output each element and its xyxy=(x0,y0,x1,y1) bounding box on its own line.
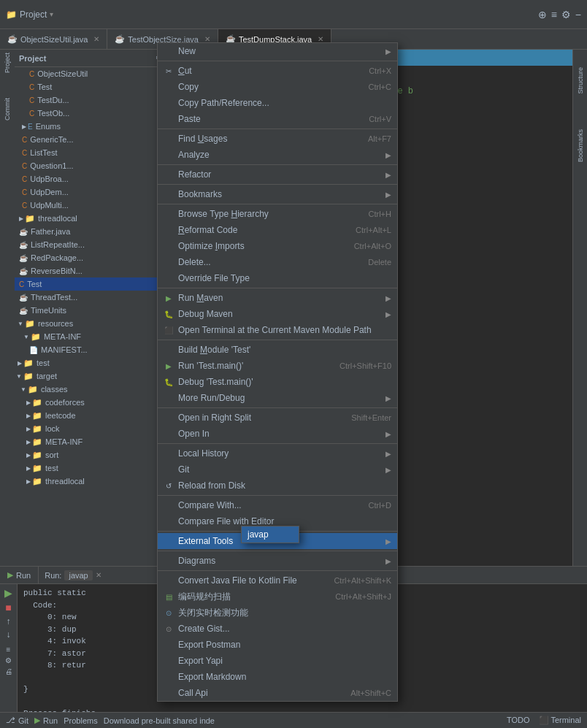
tree-item-udpbroa[interactable]: C UdpBroa... xyxy=(15,172,167,185)
tree-item-udpmulti[interactable]: C UdpMulti... xyxy=(15,199,167,212)
tree-item-leetcode[interactable]: ▶ 📁 leetcode xyxy=(15,409,167,422)
menu-item-open-in[interactable]: Open In ▶ xyxy=(158,426,397,442)
tree-item-lock[interactable]: ▶ 📁 lock xyxy=(15,422,167,435)
menu-item-debug-main[interactable]: 🐛 Debug 'Test.main()' xyxy=(158,374,397,390)
menu-item-open-terminal-maven[interactable]: ⬛ Open Terminal at the Current Maven Mod… xyxy=(158,322,397,338)
tree-item-threadlocal[interactable]: ▶ 📁 threadlocal xyxy=(15,212,167,225)
status-terminal[interactable]: ⬛ Terminal xyxy=(539,716,581,725)
menu-item-diagrams[interactable]: Diagrams ▶ xyxy=(158,553,397,569)
menu-item-delete[interactable]: Delete... Delete xyxy=(158,254,397,270)
menu-item-create-gist[interactable]: ⊙ Create Gist... xyxy=(158,621,397,637)
tree-item-reversebit[interactable]: ☕ ReverseBitN... xyxy=(15,264,167,277)
tree-item-testob[interactable]: C TestOb... xyxy=(15,107,167,120)
menu-item-compare-with[interactable]: Compare With... Ctrl+D xyxy=(158,497,397,513)
tree-item-testdu[interactable]: C TestDu... xyxy=(15,93,167,107)
status-git[interactable]: ⎇ Git xyxy=(6,716,28,725)
tree-item-timeunits[interactable]: ☕ TimeUnits xyxy=(15,304,167,317)
menu-item-more-run-debug[interactable]: More Run/Debug ▶ xyxy=(158,390,397,406)
tree-item-threadtest[interactable]: ☕ ThreadTest... xyxy=(15,291,167,304)
run-scroll-top[interactable]: ↑ xyxy=(7,616,11,627)
menu-shortcut-compare: Ctrl+D xyxy=(369,501,391,510)
menu-arrow-bookmarks: ▶ xyxy=(385,191,391,199)
run-filter-button[interactable]: ⚙ xyxy=(5,656,12,664)
project-label[interactable]: Project xyxy=(20,9,47,20)
tree-item-sort[interactable]: ▶ 📁 sort xyxy=(15,448,167,461)
tree-item-test-folder[interactable]: ▶ 📁 test xyxy=(15,356,167,369)
menu-item-bookmarks[interactable]: Bookmarks ▶ xyxy=(158,186,397,202)
status-run[interactable]: ▶ Run xyxy=(34,716,58,725)
menu-item-close-detection[interactable]: ⊙ 关闭实时检测功能 xyxy=(158,605,397,621)
menu-item-find-usages[interactable]: Find Usages Alt+F7 xyxy=(158,131,397,147)
menu-item-run-maven[interactable]: ▶ Run Maven ▶ xyxy=(158,290,397,306)
tree-item-listtest[interactable]: C ListTest xyxy=(15,146,167,159)
tree-item-question1[interactable]: C Question1... xyxy=(15,159,167,172)
tree-item-metainf[interactable]: ▼ 📁 META-INF xyxy=(15,330,167,343)
tree-item-enums[interactable]: ▶ E Enums xyxy=(15,120,167,133)
tree-item-redpackage[interactable]: ☕ RedPackage... xyxy=(15,251,167,264)
menu-item-cut[interactable]: ✂ Cut Ctrl+X xyxy=(158,63,397,79)
menu-item-open-right-split[interactable]: Open in Right Split Shift+Enter xyxy=(158,410,397,426)
tree-item-test1[interactable]: C Test xyxy=(15,80,167,93)
right-icon-bookmarks[interactable]: Bookmarks xyxy=(577,129,584,162)
right-icon-structure[interactable]: Structure xyxy=(577,67,584,94)
menu-item-optimize-imports[interactable]: Optimize Imports Ctrl+Alt+O xyxy=(158,238,397,254)
submenu-item-javap[interactable]: javap xyxy=(242,526,299,543)
tree-item-classes[interactable]: ▼ 📁 classes xyxy=(15,383,167,396)
menu-item-export-markdown[interactable]: Export Markdown xyxy=(158,669,397,685)
tree-item-target[interactable]: ▼ 📁 target xyxy=(15,369,167,383)
tab-objectsizeutil[interactable]: ☕ ObjectSizeUtil.java ✕ xyxy=(0,29,107,49)
run-wrap-button[interactable]: ≡ xyxy=(7,645,11,654)
menu-item-export-postman[interactable]: Export Postman xyxy=(158,637,397,653)
run-tab-name[interactable]: javap xyxy=(64,570,92,581)
tree-item-codeforces[interactable]: ▶ 📁 codeforces xyxy=(15,396,167,409)
tree-item-resources[interactable]: ▼ 📁 resources xyxy=(15,317,167,330)
toolbar-icon-list[interactable]: ≡ xyxy=(551,9,557,20)
left-icon-project[interactable]: Project xyxy=(4,53,11,73)
toolbar-icon-globe[interactable]: ⊕ xyxy=(538,9,547,20)
tree-item-father[interactable]: ☕ Father.java xyxy=(15,225,167,238)
run-scroll-bottom[interactable]: ↓ xyxy=(7,629,11,640)
toolbar-icon-settings[interactable]: ⚙ xyxy=(561,9,571,20)
tab-close[interactable]: ✕ xyxy=(93,35,99,43)
menu-item-git[interactable]: Git ▶ xyxy=(158,461,397,478)
menu-item-new[interactable]: New ▶ xyxy=(158,43,397,59)
toolbar-icon-minus[interactable]: − xyxy=(575,9,581,20)
status-todo[interactable]: TODO xyxy=(507,716,530,725)
menu-item-debug-maven[interactable]: 🐛 Debug Maven ▶ xyxy=(158,306,397,322)
menu-item-copy-path[interactable]: Copy Path/Reference... xyxy=(158,95,397,111)
tree-item-objectsizeutil[interactable]: C ObjectSizeUtil xyxy=(15,67,167,80)
tree-item-udpdem[interactable]: C UdpDem... xyxy=(15,185,167,199)
run-stop-button[interactable]: ■ xyxy=(5,602,11,613)
menu-item-encoding[interactable]: ▤ 编码规约扫描 Ctrl+Alt+Shift+J xyxy=(158,589,397,605)
tree-item-meta-inf-target[interactable]: ▶ 📁 META-INF xyxy=(15,435,167,448)
menu-item-copy[interactable]: Copy Ctrl+C xyxy=(158,79,397,95)
menu-item-browse-hierarchy[interactable]: Browse Type Hierarchy Ctrl+H xyxy=(158,206,397,222)
menu-item-reload-from-disk[interactable]: ↺ Reload from Disk xyxy=(158,478,397,494)
menu-arrow-diagrams: ▶ xyxy=(385,557,391,565)
left-icon-commit[interactable]: Commit xyxy=(4,98,11,120)
run-tab-close[interactable]: ✕ xyxy=(96,571,101,579)
tree-item-threadlocal-target[interactable]: ▶ 📁 threadlocal xyxy=(15,475,167,488)
project-dropdown[interactable]: ▾ xyxy=(50,10,53,18)
tree-item-test-selected[interactable]: C Test xyxy=(15,277,167,291)
tree-icon: ☕ xyxy=(19,267,28,275)
tree-item-manifest[interactable]: 📄 MANIFEST... xyxy=(15,343,167,356)
menu-item-refactor[interactable]: Refactor ▶ xyxy=(158,166,397,183)
tree-item-genericte[interactable]: C GenericTe... xyxy=(15,133,167,146)
menu-item-reformat[interactable]: Reformat Code Ctrl+Alt+L xyxy=(158,222,397,238)
menu-item-convert-kotlin[interactable]: Convert Java File to Kotlin File Ctrl+Al… xyxy=(158,572,397,589)
status-problems[interactable]: Problems xyxy=(64,716,97,725)
menu-item-analyze[interactable]: Analyze ▶ xyxy=(158,147,397,163)
menu-item-run-main[interactable]: ▶ Run 'Test.main()' Ctrl+Shift+F10 xyxy=(158,358,397,374)
menu-item-build-module[interactable]: Build Module 'Test' xyxy=(158,342,397,358)
tree-item-listrepeat[interactable]: ☕ ListRepeatIte... xyxy=(15,238,167,251)
menu-item-call-api[interactable]: Call Api Alt+Shift+C xyxy=(158,685,397,701)
run-play-button[interactable]: ▶ xyxy=(4,587,12,599)
menu-item-paste[interactable]: Paste Ctrl+V xyxy=(158,111,397,127)
tree-item-test-target[interactable]: ▶ 📁 test xyxy=(15,461,167,475)
menu-item-override-file-type[interactable]: Override File Type xyxy=(158,270,397,286)
menu-item-local-history[interactable]: Local History ▶ xyxy=(158,445,397,461)
run-print-button[interactable]: 🖨 xyxy=(5,667,12,675)
menu-item-export-yapi[interactable]: Export Yapi xyxy=(158,653,397,669)
bottom-tab-run[interactable]: ▶ Run xyxy=(0,567,39,583)
